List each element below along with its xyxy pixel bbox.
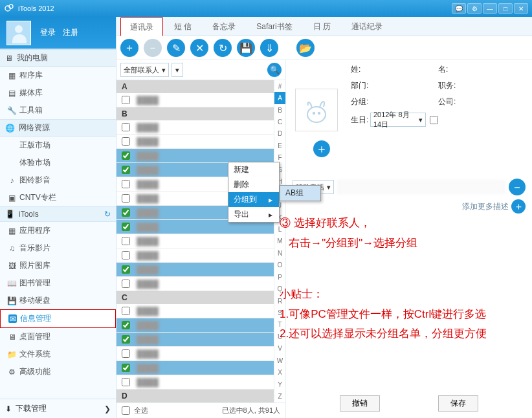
row-checkbox[interactable]	[122, 237, 130, 245]
sidebar-item-mobile-disk[interactable]: 💾移动硬盘	[0, 292, 116, 309]
nav-header-mycomputer[interactable]: 🖥我的电脑	[0, 49, 116, 67]
cancel-button[interactable]: 撤销	[340, 395, 380, 412]
download-manager[interactable]: ⬇下载管理 ❯	[0, 399, 116, 418]
row-checkbox[interactable]	[122, 349, 130, 358]
sidebar-item-apps[interactable]: ▦应用程序	[0, 222, 116, 239]
maximize-button[interactable]: □	[498, 3, 513, 14]
contact-row[interactable]: ████	[116, 234, 274, 248]
tab-calendar[interactable]: 日 历	[304, 17, 340, 36]
row-checkbox[interactable]	[122, 307, 130, 315]
row-checkbox[interactable]	[122, 123, 130, 131]
toolbar-folder-button[interactable]: 📂	[296, 39, 315, 57]
index-letter[interactable]: O	[274, 259, 285, 271]
contact-row[interactable]: ████	[116, 361, 274, 375]
tab-contacts[interactable]: 通讯录	[120, 17, 163, 36]
menu-delete[interactable]: 删除	[228, 177, 279, 192]
contact-row[interactable]: ████	[116, 149, 274, 163]
row-checkbox[interactable]	[122, 180, 130, 188]
register-link[interactable]: 注册	[63, 28, 78, 37]
group-filter-select[interactable]: 全部联系人 ▾	[120, 63, 169, 77]
index-letter[interactable]: X	[274, 367, 285, 379]
nav-header-itools[interactable]: 📱iTools ↻	[0, 206, 116, 222]
index-letter[interactable]: A	[274, 92, 285, 104]
contact-list[interactable]: A████B██████████████████████████████████…	[116, 80, 274, 402]
sidebar-item-music[interactable]: ♫音乐影片	[0, 239, 116, 257]
sidebar-item-market[interactable]: 正版市场	[0, 137, 116, 154]
tab-call-log[interactable]: 通话纪录	[342, 17, 392, 36]
tab-notes[interactable]: 备忘录	[203, 17, 245, 36]
sidebar-item-media[interactable]: ▤媒体库	[0, 84, 116, 102]
row-checkbox[interactable]	[122, 378, 130, 386]
sidebar-item-advanced[interactable]: ⚙高级功能	[0, 363, 116, 380]
sidebar-item-programs[interactable]: ▦程序库	[0, 67, 116, 84]
feedback-button[interactable]: 💬	[452, 3, 466, 14]
close-button[interactable]: ✕	[514, 3, 528, 14]
row-checkbox[interactable]	[122, 96, 130, 104]
toolbar-edit-button[interactable]: ✎	[167, 39, 185, 57]
add-photo-button[interactable]: ＋	[313, 140, 330, 157]
index-letter[interactable]: E	[274, 140, 285, 151]
save-button[interactable]: 保存	[438, 395, 478, 412]
row-checkbox[interactable]	[122, 137, 130, 146]
add-more-button[interactable]: ＋	[511, 199, 526, 214]
refresh-icon[interactable]: ↻	[104, 210, 111, 219]
index-letter[interactable]: Y	[274, 379, 285, 390]
toolbar-save-button[interactable]: 💾	[237, 39, 255, 57]
birthday-picker[interactable]: 2012年 8月14日 ▾	[370, 113, 426, 127]
toolbar-refresh-button[interactable]: ↻	[214, 39, 232, 57]
contact-row[interactable]: ████	[116, 120, 274, 135]
toolbar-delete-button[interactable]: ✕	[190, 39, 208, 57]
sidebar-item-info-manage[interactable]: ✉信息管理	[0, 309, 116, 328]
contact-row[interactable]: ████	[116, 277, 274, 291]
index-letter[interactable]: D	[274, 128, 285, 140]
submenu-ab-group[interactable]: AB组	[280, 186, 320, 201]
settings-button[interactable]: ⚙	[467, 3, 482, 14]
contact-row[interactable]: ████	[116, 333, 274, 347]
contact-row[interactable]: ████	[116, 93, 274, 107]
index-letter[interactable]: B	[274, 104, 285, 116]
nav-header-network[interactable]: 🌐网络资源	[0, 119, 116, 137]
contact-row[interactable]: ████	[116, 318, 274, 333]
contact-row[interactable]: ████	[116, 263, 274, 277]
sidebar-item-photos[interactable]: 🖼照片图库	[0, 257, 116, 274]
search-button[interactable]: 🔍	[267, 63, 282, 77]
sort-select[interactable]: ▾	[172, 63, 183, 77]
phone-number-field[interactable]	[338, 181, 505, 193]
index-letter[interactable]: Z	[274, 390, 285, 402]
birthday-checkbox[interactable]	[430, 116, 438, 124]
row-checkbox[interactable]	[122, 280, 130, 288]
sidebar-item-books[interactable]: 📖图书管理	[0, 274, 116, 292]
index-letter[interactable]: V	[274, 343, 285, 355]
tab-sms[interactable]: 短 信	[164, 17, 201, 36]
row-checkbox[interactable]	[122, 194, 130, 203]
row-checkbox[interactable]	[122, 335, 130, 344]
menu-new[interactable]: 新建	[228, 162, 279, 177]
contact-row[interactable]: ████	[116, 248, 274, 263]
toolbar-remove-button[interactable]: －	[144, 39, 162, 57]
sidebar-item-toolbox[interactable]: 🔧工具箱	[0, 102, 116, 119]
login-link[interactable]: 登录	[40, 28, 56, 37]
row-checkbox[interactable]	[122, 251, 130, 259]
contact-row[interactable]: ████	[116, 304, 274, 318]
minimize-button[interactable]: —	[483, 3, 497, 14]
contact-row[interactable]: ████	[116, 375, 274, 390]
row-checkbox[interactable]	[122, 223, 130, 231]
menu-export[interactable]: 导出▸	[228, 207, 279, 222]
remove-phone-button[interactable]: －	[509, 179, 526, 195]
menu-group-to[interactable]: 分组到▸	[228, 192, 279, 207]
row-checkbox[interactable]	[122, 364, 130, 372]
index-letter[interactable]: C	[274, 116, 285, 127]
sidebar-item-filesystem[interactable]: 📁文件系统	[0, 346, 116, 363]
sidebar-item-desktop[interactable]: 🖥桌面管理	[0, 328, 116, 346]
contact-row[interactable]: ████	[116, 135, 274, 149]
index-letter[interactable]: P	[274, 271, 285, 283]
tab-safari-bookmarks[interactable]: Safari书签	[247, 17, 302, 36]
row-checkbox[interactable]	[122, 166, 130, 174]
contact-row[interactable]: ████	[116, 347, 274, 361]
row-checkbox[interactable]	[122, 321, 130, 329]
row-checkbox[interactable]	[122, 151, 130, 160]
select-all-checkbox[interactable]	[122, 406, 130, 415]
sidebar-item-trial-market[interactable]: 体验市场	[0, 154, 116, 171]
sidebar-item-cntv[interactable]: ▣CNTV专栏	[0, 189, 116, 206]
index-letter[interactable]: #	[274, 80, 285, 92]
